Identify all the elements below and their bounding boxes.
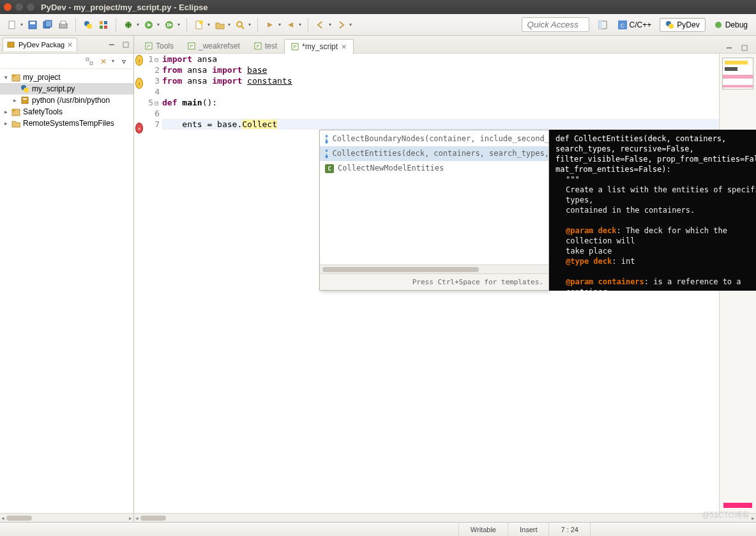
autocomplete-item[interactable]: MCollectBoundaryNodes(container, include…	[320, 132, 548, 146]
perspective-pydev[interactable]: PyDev	[660, 18, 705, 32]
tree-item[interactable]: ▾my_project	[0, 72, 133, 83]
project-tree[interactable]: ▾my_projectmy_script.py▸python (/usr/bin…	[0, 69, 133, 513]
save-all-button[interactable]	[41, 18, 55, 32]
maximize-view-button[interactable]	[121, 40, 131, 50]
prev-annotation-button[interactable]	[284, 18, 298, 32]
tree-item[interactable]: ▸SafetyTools	[0, 106, 133, 118]
status-insert[interactable]: Insert	[508, 523, 549, 536]
method-icon: M	[325, 149, 328, 158]
run-last-dropdown[interactable]: ▾	[176, 22, 181, 27]
new-button[interactable]	[5, 18, 19, 32]
python-file-icon: P	[145, 42, 153, 50]
svg-rect-10	[104, 21, 107, 24]
run-dropdown[interactable]: ▾	[156, 22, 161, 27]
svg-rect-12	[104, 26, 107, 29]
run-button[interactable]	[142, 18, 156, 32]
status-position[interactable]: 7 : 24	[548, 523, 590, 536]
watermark: @51CTO博客	[702, 510, 750, 521]
new-file-button[interactable]	[192, 18, 206, 32]
svg-rect-56	[742, 45, 747, 50]
editor-tab[interactable]: Ptest	[247, 38, 284, 53]
minimize-editor-button[interactable]	[724, 43, 734, 53]
status-writable[interactable]: Writable	[458, 523, 508, 536]
back-button[interactable]	[314, 18, 328, 32]
window-title: PyDev - my_project/my_script.py - Eclips…	[41, 3, 208, 12]
python-module-button[interactable]	[81, 18, 95, 32]
open-perspective-button[interactable]	[596, 18, 610, 32]
svg-rect-36	[123, 42, 128, 47]
debug-button[interactable]	[121, 18, 135, 32]
new-dropdown[interactable]: ▾	[19, 22, 24, 27]
collapse-all-button[interactable]	[84, 56, 95, 67]
minimize-view-button[interactable]	[107, 40, 117, 50]
svg-rect-38	[90, 62, 93, 65]
run-last-button[interactable]	[162, 18, 176, 32]
tree-item[interactable]: my_script.py	[0, 83, 133, 95]
debug-dropdown[interactable]: ▾	[135, 22, 140, 27]
svg-rect-28	[599, 21, 602, 29]
svg-rect-44	[23, 98, 27, 100]
editor-tab[interactable]: PTools	[138, 38, 181, 53]
maximize-editor-button[interactable]	[739, 43, 750, 53]
autocomplete-popup: MCollectBoundaryNodes(container, include…	[319, 130, 549, 291]
window-maximize-button[interactable]	[27, 3, 34, 11]
autocomplete-item[interactable]: CCollectNewModelEntities	[320, 161, 548, 176]
package-icon	[7, 40, 16, 49]
svg-rect-40	[12, 75, 15, 77]
save-button[interactable]	[26, 18, 40, 32]
close-icon[interactable]: ✕	[67, 41, 73, 49]
svg-point-32	[669, 24, 674, 29]
sidebar-scrollbar[interactable]: ◂▸	[0, 513, 133, 522]
tree-item[interactable]: ▸python (/usr/bin/python	[0, 95, 133, 106]
code-line[interactable]: ents = base.Collect	[162, 119, 719, 130]
quick-access-input[interactable]	[522, 17, 589, 32]
svg-marker-25	[268, 22, 273, 27]
print-button[interactable]	[56, 18, 70, 32]
next-annotation-button[interactable]	[263, 18, 277, 32]
svg-rect-6	[61, 21, 66, 24]
tree-item[interactable]: ▸RemoteSystemsTempFiles	[0, 118, 133, 129]
code-line[interactable]: def main():	[162, 97, 719, 108]
svg-text:C: C	[620, 22, 624, 29]
python-file-icon: P	[291, 43, 299, 50]
svg-rect-46	[12, 109, 15, 111]
code-line[interactable]	[162, 86, 719, 97]
code-line[interactable]: from ansa import base	[162, 65, 719, 75]
svg-point-8	[87, 24, 92, 29]
documentation-popup: def CollectEntities(deck, containers, se…	[549, 130, 756, 291]
code-line[interactable]	[162, 108, 719, 119]
svg-point-23	[237, 22, 242, 27]
svg-rect-2	[30, 22, 35, 24]
code-editor[interactable]: !!× 1⊟2345⊟67 import ansafrom ansa impor…	[134, 54, 756, 513]
forward-button[interactable]	[334, 18, 348, 32]
search-button[interactable]	[233, 18, 247, 32]
autocomplete-list[interactable]: MCollectBoundaryNodes(container, include…	[320, 130, 548, 264]
view-menu-button[interactable]: ▿	[118, 56, 130, 67]
perspective-cpp[interactable]: C C/C++	[612, 18, 658, 32]
main-toolbar: ▾ ▾ ▾ ▾ ▾ ▾ ▾ ▾ ▾ ▾ ▾	[0, 14, 756, 36]
build-button[interactable]	[96, 18, 110, 32]
svg-rect-11	[100, 26, 103, 29]
code-line[interactable]: import ansa	[162, 54, 719, 65]
window-minimize-button[interactable]	[15, 3, 23, 11]
new-folder-button[interactable]	[213, 18, 227, 32]
autocomplete-item[interactable]: MCollectEntities(deck, containers, searc…	[320, 146, 548, 161]
perspective-debug[interactable]: Debug	[708, 18, 753, 32]
link-editor-button[interactable]	[98, 56, 109, 67]
method-icon: M	[325, 135, 328, 144]
svg-text:P: P	[147, 43, 150, 49]
window-close-button[interactable]	[4, 3, 11, 11]
editor-tab-bar: PToolsP_weakrefsetPtestP*my_script ✕	[134, 36, 756, 54]
autocomplete-scrollbar[interactable]	[320, 264, 548, 273]
editor-scrollbar[interactable]: ◂▸	[134, 513, 756, 522]
editor-tab[interactable]: P_weakrefset	[181, 38, 247, 53]
package-explorer-tab[interactable]: PyDev Packag ✕	[3, 38, 77, 51]
package-explorer-view: PyDev Packag ✕ ▾ ▿ ▾my_projectmy_script.…	[0, 36, 134, 522]
warning-marker-icon[interactable]: !	[135, 78, 143, 89]
editor-tab[interactable]: P*my_script ✕	[284, 39, 354, 54]
close-icon[interactable]: ✕	[341, 43, 347, 51]
code-line[interactable]: from ansa import constants	[162, 75, 719, 86]
error-marker-icon[interactable]: ×	[135, 123, 143, 134]
project-icon	[11, 73, 20, 82]
warning-marker-icon[interactable]: !	[135, 55, 143, 66]
